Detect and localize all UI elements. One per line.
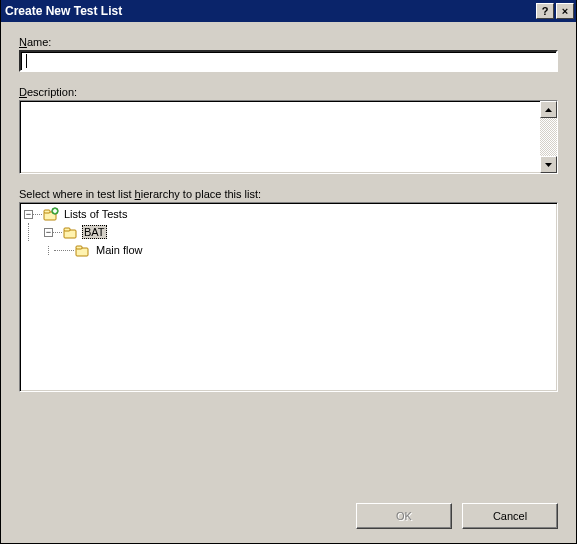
svg-rect-6 [64,228,70,231]
text-caret-icon [26,54,27,68]
name-label: Name: [19,36,558,48]
close-button[interactable]: × [556,3,574,19]
description-scrollbar[interactable] [540,101,557,173]
description-textarea[interactable] [19,100,558,174]
test-list-icon [63,224,79,240]
dialog-content: Name: Description: Select where in tes [1,22,576,406]
titlebar-buttons: ? × [534,3,574,19]
test-list-root-icon [43,206,59,222]
expander-minus-icon[interactable]: − [44,228,53,237]
description-label: Description: [19,86,558,98]
close-icon: × [562,6,568,17]
chevron-up-icon [545,108,552,112]
help-icon: ? [542,6,549,17]
hierarchy-tree[interactable]: − Lists of Tests − [19,202,558,392]
help-button[interactable]: ? [536,3,554,19]
dialog-buttons: OK Cancel [356,503,558,529]
dialog-window: Create New Test List ? × Name: Descripti… [0,0,577,544]
tree-node-bat[interactable]: − BAT [22,223,555,241]
scroll-up-button[interactable] [540,101,557,118]
name-input[interactable] [19,50,558,72]
scroll-down-button[interactable] [540,156,557,173]
tree-node-root[interactable]: − Lists of Tests [22,205,555,223]
svg-rect-1 [44,210,50,213]
chevron-down-icon [545,163,552,167]
expander-minus-icon[interactable]: − [24,210,33,219]
test-list-icon [75,242,91,258]
ok-button[interactable]: OK [356,503,452,529]
tree-node-mainflow[interactable]: Main flow [22,241,555,259]
tree-node-label: BAT [82,225,107,239]
titlebar-title: Create New Test List [5,4,534,18]
svg-rect-8 [76,246,82,249]
tree-node-label: Main flow [94,243,144,257]
svg-rect-4 [53,210,57,212]
titlebar[interactable]: Create New Test List ? × [1,0,576,22]
tree-node-label: Lists of Tests [62,207,129,221]
cancel-button[interactable]: Cancel [462,503,558,529]
hierarchy-label: Select where in test list hierarchy to p… [19,188,558,200]
